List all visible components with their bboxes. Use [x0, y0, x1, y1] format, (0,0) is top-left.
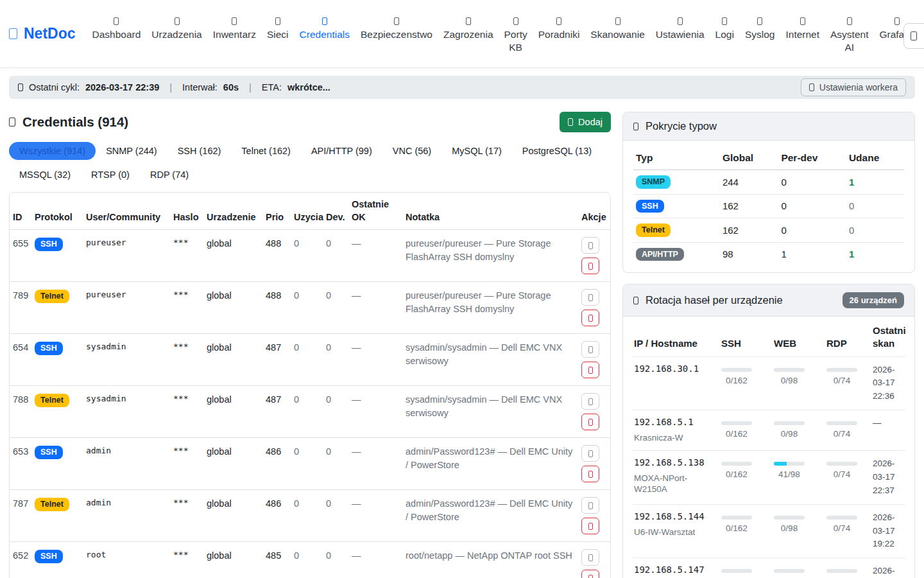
protocol-badge: Telnet — [35, 498, 69, 511]
nav-overflow-button[interactable] — [903, 23, 924, 49]
cred-password-masked: *** — [170, 282, 203, 334]
protocol-badge: Telnet — [35, 290, 69, 303]
delete-credential-button[interactable] — [581, 466, 599, 482]
eta-label: ETA: — [262, 82, 282, 92]
cred-last-ok: — — [348, 230, 402, 282]
edit-icon — [588, 398, 593, 405]
filter-pill-snmp-244[interactable]: SNMP (244) — [96, 142, 167, 160]
coverage-type-cell: Telnet — [633, 218, 720, 243]
edit-credential-button[interactable] — [581, 445, 599, 462]
filter-pill-rtsp-0[interactable]: RTSP (0) — [81, 166, 140, 184]
cred-dev-count: 0 — [323, 542, 348, 578]
credentials-table-body: 655SSHpureuser***global48800—pureuser/pu… — [10, 230, 610, 578]
cred-id: 654 — [10, 334, 31, 386]
nav-item-ustawienia[interactable]: Ustawienia — [656, 13, 705, 41]
filter-pill-wszystkie-914[interactable]: Wszystkie (914) — [9, 142, 96, 160]
brand[interactable]: NetDoc — [9, 25, 76, 42]
filter-pill-postgresql-13[interactable]: PostgreSQL (13) — [512, 142, 602, 160]
cred-id: 653 — [10, 438, 31, 490]
nav-item-zagrozenia[interactable]: Zagrozenia — [443, 13, 493, 41]
edit-credential-button[interactable] — [581, 393, 599, 410]
nav-item-logi[interactable]: Logi — [715, 13, 734, 41]
cred-protocol-cell: Telnet — [31, 490, 83, 542]
delete-credential-button[interactable] — [581, 414, 599, 430]
nav-item-dashboard[interactable]: Dashboard — [92, 13, 141, 41]
cred-actions-cell — [578, 230, 610, 282]
device-ip: 192.168.5.147 — [634, 565, 717, 575]
ssh-cell: 0/162 — [719, 450, 772, 504]
edit-credential-button[interactable] — [581, 237, 599, 254]
delete-credential-button[interactable] — [581, 258, 599, 274]
ssh-cell: 0/162 — [719, 410, 772, 451]
coverage-row: API/HTTP9811 — [633, 242, 904, 266]
coverage-header-row: TypGlobalPer-devUdane — [633, 144, 904, 170]
rotation-table-body: 192.168.30.10/1620/980/742026-03-17 22:3… — [632, 356, 905, 578]
cred-dev-count: 0 — [323, 490, 348, 542]
cred-device: global — [203, 334, 262, 386]
coverage-global: 162 — [720, 194, 778, 218]
protocol-badge: Telnet — [35, 394, 69, 407]
filter-pill-ssh-162[interactable]: SSH (162) — [167, 142, 232, 160]
filter-pill-vnc-56[interactable]: VNC (56) — [382, 142, 441, 160]
nav-item-internet[interactable]: Internet — [785, 13, 819, 41]
filter-pill-api-http-99[interactable]: API/HTTP (99) — [301, 142, 382, 160]
bezpieczenstwo-icon — [394, 17, 399, 25]
cred-password-masked: *** — [170, 230, 203, 282]
col-header-notatka: Notatka — [402, 193, 578, 230]
coverage-col-udane: Udane — [846, 144, 904, 170]
coverage-table: TypGlobalPer-devUdane SNMP24401SSH16200T… — [633, 144, 904, 266]
nav-item-poradniki[interactable]: Poradniki — [538, 13, 580, 41]
nav-item-credentials[interactable]: Credentials — [300, 13, 350, 41]
cred-protocol-cell: Telnet — [31, 282, 83, 334]
rotation-col-ip-hostname: IP / Hostname — [632, 318, 719, 356]
coverage-per-dev: 1 — [778, 242, 846, 266]
last-scan: 2026-03-17 19:22 — [871, 504, 905, 558]
filter-pill-rdp-74[interactable]: RDP (74) — [140, 166, 199, 184]
delete-credential-button[interactable] — [581, 362, 599, 378]
cred-password-masked: *** — [170, 334, 203, 386]
last-cycle-value: 2026-03-17 22:39 — [85, 82, 159, 92]
nav-item-porty-kb[interactable]: Porty KB — [504, 13, 527, 54]
web-progress-label: 0/98 — [774, 429, 805, 439]
edit-credential-button[interactable] — [581, 289, 599, 306]
coverage-global: 98 — [720, 242, 778, 266]
rdp-progress-bar — [826, 569, 857, 573]
edit-credential-button[interactable] — [581, 549, 599, 566]
brand-logo-icon — [9, 28, 17, 39]
cred-device: global — [203, 282, 262, 334]
add-credential-button[interactable]: Dodaj — [560, 112, 611, 132]
filter-pill-telnet-162[interactable]: Telnet (162) — [231, 142, 301, 160]
filter-pill-mssql-32[interactable]: MSSQL (32) — [9, 166, 81, 184]
cred-password-masked: *** — [170, 542, 203, 578]
rdp-progress-bar — [826, 516, 857, 520]
delete-credential-button[interactable] — [581, 310, 599, 326]
nav-item-sieci[interactable]: Sieci — [267, 13, 289, 41]
nav-item-urzadzenia[interactable]: Urzadzenia — [151, 13, 201, 41]
nav-overflow-icon — [911, 31, 917, 40]
ssh-progress-bar — [721, 368, 752, 372]
nav-item-inwentarz[interactable]: Inwentarz — [213, 13, 256, 41]
filter-pill-mysql-17[interactable]: MySQL (17) — [441, 142, 512, 160]
nav-item-syslog[interactable]: Syslog — [745, 13, 775, 41]
nav-item-skanowanie[interactable]: Skanowanie — [590, 13, 644, 41]
add-button-label: Dodaj — [578, 117, 603, 127]
nav-item-asystent-ai[interactable]: Asystent AI — [830, 13, 868, 54]
worker-settings-label: Ustawienia workera — [819, 82, 898, 92]
cred-user: admin — [83, 438, 170, 490]
credentials-icon — [322, 17, 327, 25]
web-progress-bar — [774, 368, 805, 372]
delete-credential-button[interactable] — [581, 570, 599, 578]
col-header-dev: Dev. — [323, 193, 348, 230]
edit-credential-button[interactable] — [581, 497, 599, 514]
edit-credential-button[interactable] — [581, 341, 599, 358]
last-scan: 2026-03-17 22:36 — [871, 356, 905, 410]
nav-item-bezpieczenstwo[interactable]: Bezpieczenstwo — [361, 13, 432, 41]
ssh-progress-label: 0/162 — [721, 469, 752, 479]
cred-prio: 487 — [262, 386, 291, 438]
delete-credential-button[interactable] — [581, 518, 599, 534]
worker-settings-button[interactable]: Ustawienia workera — [801, 78, 906, 96]
coverage-col-typ: Typ — [633, 144, 720, 170]
rdp-cell: 0/74 — [825, 558, 871, 578]
nav-item-label: Sieci — [267, 28, 289, 41]
rdp-progress-label: 0/74 — [826, 523, 857, 533]
